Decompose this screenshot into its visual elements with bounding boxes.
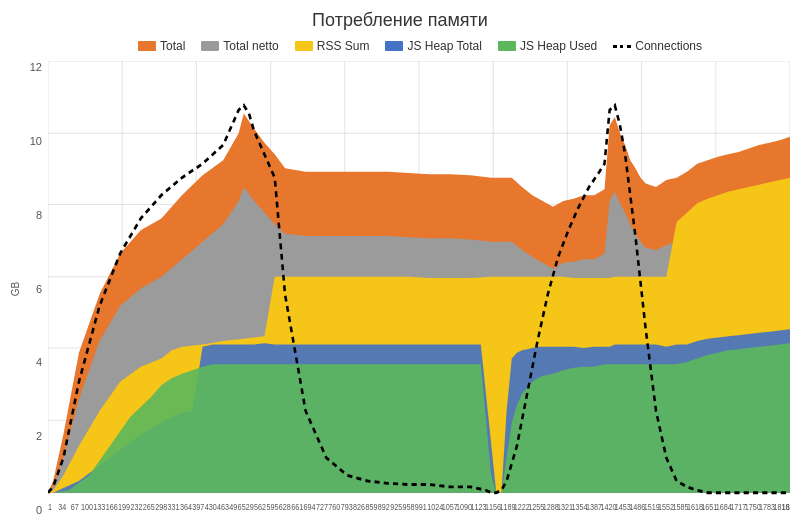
svg-text:496: 496 bbox=[229, 503, 241, 513]
svg-text:892: 892 bbox=[378, 503, 390, 513]
svg-text:991: 991 bbox=[415, 503, 427, 513]
chart-area: GB 0 2 4 6 8 10 12 bbox=[10, 61, 790, 516]
svg-text:67: 67 bbox=[71, 503, 79, 513]
chart-title: Потребление памяти bbox=[312, 10, 488, 31]
y-tick-8: 8 bbox=[14, 209, 42, 221]
svg-text:793: 793 bbox=[341, 503, 353, 513]
y-tick-0: 0 bbox=[14, 504, 42, 516]
svg-text:826: 826 bbox=[353, 503, 365, 513]
svg-text:265: 265 bbox=[143, 503, 155, 513]
y-axis-label: GB bbox=[10, 281, 21, 295]
svg-text:562: 562 bbox=[254, 503, 266, 513]
legend-total: Total bbox=[138, 39, 185, 53]
y-axis: GB 0 2 4 6 8 10 12 bbox=[10, 61, 48, 516]
svg-text:958: 958 bbox=[403, 503, 415, 513]
svg-text:595: 595 bbox=[266, 503, 278, 513]
svg-text:199: 199 bbox=[118, 503, 130, 513]
svg-text:232: 232 bbox=[130, 503, 142, 513]
legend-js-heap-total: JS Heap Total bbox=[385, 39, 482, 53]
legend-color-js-heap-total bbox=[385, 41, 403, 51]
svg-text:529: 529 bbox=[242, 503, 254, 513]
svg-text:166: 166 bbox=[106, 503, 118, 513]
svg-text:628: 628 bbox=[279, 503, 291, 513]
legend-connections: Connections bbox=[613, 39, 702, 53]
legend-label-total: Total bbox=[160, 39, 185, 53]
legend-rss-sum: RSS Sum bbox=[295, 39, 370, 53]
svg-wrapper: 1 34 67 100 133 166 199 232 265 298 331 … bbox=[48, 61, 790, 516]
legend-color-total bbox=[138, 41, 156, 51]
legend-label-total-netto: Total netto bbox=[223, 39, 278, 53]
x-axis-labels: 1 34 67 100 133 166 199 232 265 298 331 … bbox=[48, 503, 790, 513]
legend-total-netto: Total netto bbox=[201, 39, 278, 53]
legend-label-js-heap-total: JS Heap Total bbox=[407, 39, 482, 53]
legend-label-js-heap-used: JS Heap Used bbox=[520, 39, 597, 53]
svg-text:760: 760 bbox=[328, 503, 340, 513]
svg-text:397: 397 bbox=[192, 503, 204, 513]
legend-js-heap-used: JS Heap Used bbox=[498, 39, 597, 53]
chart-legend: Total Total netto RSS Sum JS Heap Total … bbox=[98, 39, 702, 53]
legend-color-connections bbox=[613, 45, 631, 48]
svg-text:1: 1 bbox=[48, 503, 52, 513]
y-tick-4: 4 bbox=[14, 356, 42, 368]
svg-text:430: 430 bbox=[205, 503, 217, 513]
svg-text:694: 694 bbox=[304, 503, 317, 513]
y-tick-10: 10 bbox=[14, 135, 42, 147]
legend-label-connections: Connections bbox=[635, 39, 702, 53]
svg-text:859: 859 bbox=[365, 503, 377, 513]
svg-text:727: 727 bbox=[316, 503, 328, 513]
legend-label-rss-sum: RSS Sum bbox=[317, 39, 370, 53]
legend-color-total-netto bbox=[201, 41, 219, 51]
svg-text:298: 298 bbox=[155, 503, 167, 513]
main-chart-svg: 1 34 67 100 133 166 199 232 265 298 331 … bbox=[48, 61, 790, 516]
svg-text:34: 34 bbox=[58, 503, 67, 513]
svg-text:133: 133 bbox=[93, 503, 105, 513]
y-tick-12: 12 bbox=[14, 61, 42, 73]
svg-text:463: 463 bbox=[217, 503, 229, 513]
y-tick-2: 2 bbox=[14, 430, 42, 442]
svg-text:925: 925 bbox=[390, 503, 402, 513]
svg-text:661: 661 bbox=[291, 503, 303, 513]
svg-text:...: ... bbox=[788, 503, 790, 513]
svg-text:331: 331 bbox=[168, 503, 180, 513]
legend-color-rss-sum bbox=[295, 41, 313, 51]
svg-text:100: 100 bbox=[81, 503, 93, 513]
svg-text:364: 364 bbox=[180, 503, 193, 513]
chart-container: Потребление памяти Total Total netto RSS… bbox=[0, 0, 800, 526]
legend-color-js-heap-used bbox=[498, 41, 516, 51]
